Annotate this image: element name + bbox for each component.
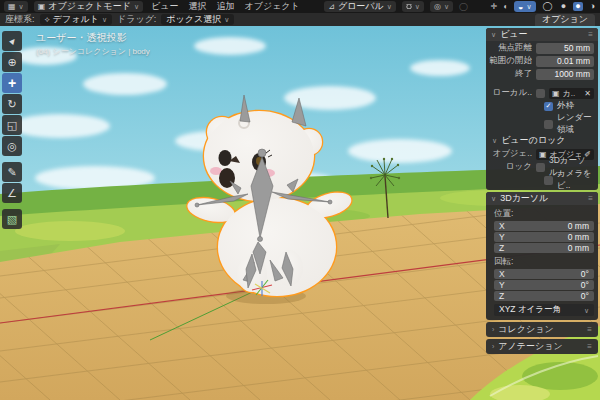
xray-icon: ◒ — [518, 2, 523, 12]
axis-label: X — [499, 221, 505, 231]
axis-value: 0 mm — [568, 221, 589, 231]
view-panel-header[interactable]: ∨ ビュー ≡ — [486, 28, 598, 41]
rotation-mode-dropdown[interactable]: XYZ オイラー角 ∨ — [494, 304, 594, 316]
chevron-down-icon: ∨ — [526, 3, 531, 10]
frame-label: 外枠 — [557, 100, 574, 112]
tool-settings-bar: 座標系: ⟡ デフォルト ∨ ドラッグ: ボックス選択 ∨ オプション — [0, 13, 600, 26]
options-tab[interactable]: オプション — [535, 14, 595, 26]
viewport-header: ▦ ∨ ▣ オブジェクトモード ∨ ビュー 選択 追加 オブジェクト ⊿ グロー… — [0, 0, 600, 13]
panel-menu-icon[interactable]: ≡ — [587, 342, 592, 351]
scale-icon: ◱ — [7, 119, 17, 132]
focal-length-field[interactable]: 50 mm — [536, 43, 594, 54]
menu-object[interactable]: オブジェクト — [242, 0, 301, 13]
shading-rendered-button[interactable]: ◑ — [589, 2, 596, 11]
editor-type-icon: ▦ — [8, 3, 16, 11]
axis-label: Z — [499, 291, 504, 301]
snap-toggle[interactable]: Ω ∨ — [402, 1, 424, 12]
cursor-loc-x-field[interactable]: X 0 mm — [494, 221, 594, 231]
lock-3d-cursor-checkbox[interactable] — [536, 163, 545, 172]
shading-material-button[interactable]: ● — [573, 2, 582, 11]
cursor-rot-y-field[interactable]: Y 0° — [494, 280, 594, 290]
shading-wireframe-button[interactable]: ◯ — [542, 2, 554, 11]
viewport-text-overlay: ユーザー・透視投影 (64) シーンコレクション | body — [36, 31, 150, 57]
mode-dropdown[interactable]: ▣ オブジェクトモード ∨ — [34, 1, 143, 12]
axis-label: Z — [499, 243, 504, 253]
fallback-tool-label: デフォルト — [53, 13, 99, 26]
overlays-toggle[interactable]: ◐ — [503, 3, 508, 11]
clip-end-label: 終了 — [486, 68, 532, 80]
tool-add-cube[interactable]: ▧ — [2, 209, 22, 229]
gizmos-toggle[interactable]: ✛ — [491, 3, 498, 11]
menu-select[interactable]: 選択 — [186, 0, 208, 13]
panel-menu-icon[interactable]: ≡ — [588, 30, 593, 39]
add-cube-icon: ▧ — [7, 213, 17, 226]
view-panel-title: ビュー — [500, 28, 527, 41]
camera-name: カ.. — [563, 88, 582, 99]
cursor-loc-y-field[interactable]: Y 0 mm — [494, 232, 594, 242]
proportional-edit-toggle[interactable]: ◎ ∨ — [430, 1, 453, 12]
panel-menu-icon[interactable]: ≡ — [587, 325, 592, 334]
local-camera-label: ローカル.. — [486, 87, 532, 99]
tool-rotate[interactable]: ↻ — [2, 94, 22, 114]
menu-add[interactable]: 追加 — [214, 0, 236, 13]
render-region-checkbox[interactable] — [544, 120, 553, 129]
object-icon: ▣ — [539, 150, 547, 159]
camera-icon: ▣ — [552, 89, 560, 98]
tool-transform[interactable]: ◎ — [2, 136, 22, 156]
chevron-down-icon: ∨ — [444, 3, 449, 10]
clip-start-label: 範囲の開始 — [486, 55, 532, 67]
tool-cursor[interactable]: ⊕ — [2, 52, 22, 72]
annotate-icon: ✎ — [7, 166, 16, 179]
cursor-panel-title: 3Dカーソル — [500, 192, 548, 205]
rotate-icon: ↻ — [7, 98, 16, 111]
orientation-dropdown[interactable]: ⊿ グローバル ∨ — [324, 1, 396, 12]
viewport-toolbar: ► ⊕ + ↻ ◱ ◎ ✎ ∠ ▧ — [2, 31, 24, 229]
view-name-label: ユーザー・透視投影 — [36, 31, 150, 45]
cursor-rot-z-field[interactable]: Z 0° — [494, 291, 594, 301]
annotations-panel-header[interactable]: › アノテーション ≡ — [486, 339, 598, 354]
tool-measure[interactable]: ∠ — [2, 183, 22, 203]
axis-label: X — [499, 269, 505, 279]
panel-menu-icon[interactable]: ≡ — [588, 194, 593, 203]
focal-length-label: 焦点距離 — [486, 42, 532, 54]
frame-checkbox[interactable]: ✓ — [544, 102, 553, 111]
proportional-icon: ◎ — [434, 3, 441, 11]
chevron-down-icon: ∨ — [584, 307, 589, 314]
fallback-tool-dropdown[interactable]: ⟡ デフォルト ∨ — [40, 14, 112, 25]
lock-camera-checkbox[interactable] — [544, 176, 553, 185]
render-region-label: レンダー領域 — [557, 112, 598, 136]
menu-view[interactable]: ビュー — [149, 0, 180, 13]
collections-title: コレクション — [498, 323, 553, 336]
local-camera-field[interactable]: ▣ カ.. ✕ — [549, 88, 594, 99]
cursor-panel: ∨ 3Dカーソル ≡ 位置: X 0 mm Y 0 mm Z 0 mm 回転: … — [486, 192, 598, 320]
collapse-icon: ∨ — [491, 195, 496, 202]
collections-panel-header[interactable]: › コレクション ≡ — [486, 322, 598, 337]
drag-mode-dropdown[interactable]: ボックス選択 ∨ — [161, 14, 234, 25]
clip-end-field[interactable]: 1000 mm — [536, 69, 594, 80]
axis-value: 0 mm — [568, 232, 589, 242]
blender-window: ユーザー・透視投影 (64) シーンコレクション | body ▦ ∨ ▣ オブ… — [0, 0, 600, 400]
collapse-closed-icon: › — [492, 343, 494, 350]
xray-toggle[interactable]: ◒ ∨ — [514, 1, 536, 12]
clip-start-field[interactable]: 0.01 mm — [536, 56, 594, 67]
tool-select-box[interactable]: ► — [2, 31, 22, 51]
rotation-label: 回転: — [494, 256, 598, 268]
local-camera-checkbox[interactable] — [536, 89, 545, 98]
axis-value: 0 mm — [568, 243, 589, 253]
cursor-panel-header[interactable]: ∨ 3Dカーソル ≡ — [486, 192, 598, 205]
tool-move[interactable]: + — [2, 73, 22, 93]
clear-icon[interactable]: ✕ — [584, 89, 591, 98]
collapse-icon: ∨ — [492, 137, 497, 144]
cursor-loc-z-field[interactable]: Z 0 mm — [494, 243, 594, 253]
axis-value: 0° — [581, 291, 589, 301]
tool-annotate[interactable]: ✎ — [2, 162, 22, 182]
chevron-down-icon: ∨ — [415, 3, 420, 10]
editor-type-button[interactable]: ▦ ∨ — [4, 1, 28, 12]
shading-solid-button[interactable]: ● — [560, 2, 567, 11]
cursor-rot-x-field[interactable]: X 0° — [494, 269, 594, 279]
tool-scale[interactable]: ◱ — [2, 115, 22, 135]
transform-icon: ◎ — [7, 140, 17, 153]
view-lock-title: ビューのロック — [501, 134, 565, 147]
collapse-closed-icon: › — [492, 326, 494, 333]
lock-object-label: オブジェ.. — [486, 148, 532, 160]
